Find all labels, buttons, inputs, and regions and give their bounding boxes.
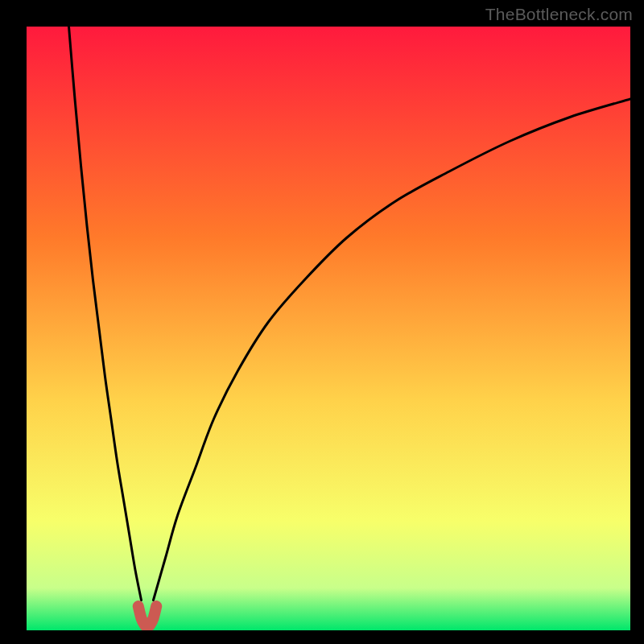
chart-frame: TheBottleneck.com [0, 0, 644, 644]
plot-area [27, 27, 630, 630]
watermark-text: TheBottleneck.com [485, 5, 633, 24]
chart-canvas [27, 27, 630, 630]
gradient-background [27, 27, 630, 630]
